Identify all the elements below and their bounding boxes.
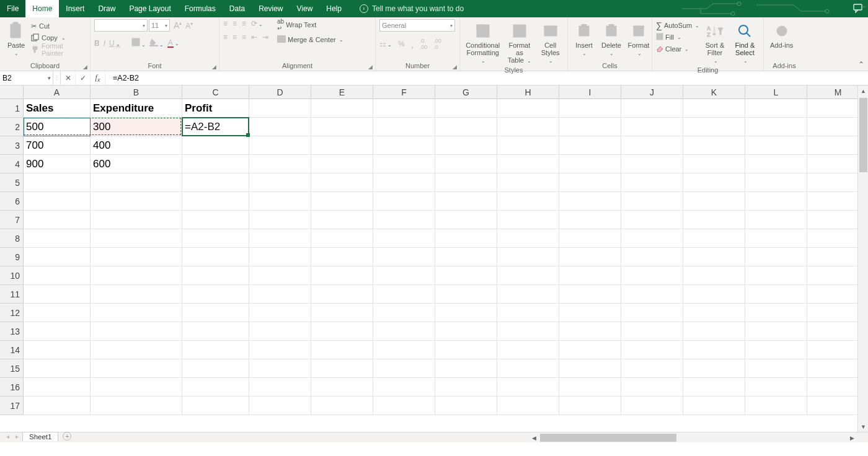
- cell-H9[interactable]: [497, 248, 559, 266]
- column-header-K[interactable]: K: [683, 86, 745, 99]
- cell-A5[interactable]: [24, 173, 91, 192]
- cell-C1[interactable]: Profit: [182, 99, 249, 118]
- cell-B2[interactable]: 300: [91, 118, 182, 136]
- cell-K2[interactable]: [683, 118, 745, 136]
- cell-F12[interactable]: [373, 304, 435, 322]
- tab-view[interactable]: View: [290, 0, 320, 17]
- row-header-12[interactable]: 12: [0, 304, 24, 322]
- cell-I3[interactable]: [559, 136, 621, 155]
- paste-button[interactable]: Paste⌄: [4, 19, 29, 58]
- row-header-16[interactable]: 16: [0, 378, 24, 397]
- cell-K5[interactable]: [683, 173, 745, 192]
- cell-G16[interactable]: [435, 378, 497, 397]
- cell-H7[interactable]: [497, 211, 559, 229]
- horizontal-scrollbar[interactable]: ◀ ▶: [529, 432, 857, 442]
- tab-insert[interactable]: Insert: [59, 0, 91, 17]
- cell-H16[interactable]: [497, 378, 559, 397]
- align-center-icon[interactable]: ≡: [232, 33, 237, 42]
- cell-D11[interactable]: [249, 285, 311, 304]
- accounting-format-icon[interactable]: ⚏⌄: [379, 40, 392, 48]
- cell-B6[interactable]: [91, 192, 182, 211]
- conditional-formatting-button[interactable]: ConditionalFormatting ⌄: [464, 19, 502, 65]
- cell-G11[interactable]: [435, 285, 497, 304]
- cell-H11[interactable]: [497, 285, 559, 304]
- decrease-decimal-icon[interactable]: .00.0: [433, 38, 441, 50]
- cell-C11[interactable]: [182, 285, 249, 304]
- sheet-nav-prev[interactable]: ◂: [4, 433, 12, 440]
- cell-I7[interactable]: [559, 211, 621, 229]
- row-header-8[interactable]: 8: [0, 229, 24, 248]
- increase-decimal-icon[interactable]: .0.00: [420, 38, 428, 50]
- clear-button[interactable]: Clear⌄: [656, 43, 699, 55]
- addins-button[interactable]: Add-ins: [768, 19, 795, 49]
- cell-J12[interactable]: [621, 304, 683, 322]
- cell-L7[interactable]: [745, 211, 807, 229]
- row-header-5[interactable]: 5: [0, 173, 24, 192]
- cell-E8[interactable]: [311, 229, 373, 248]
- cell-E14[interactable]: [311, 341, 373, 359]
- align-top-icon[interactable]: ≡: [223, 19, 228, 28]
- font-name-combo[interactable]: ▾: [94, 19, 148, 32]
- cell-C13[interactable]: [182, 322, 249, 341]
- select-all-corner[interactable]: [0, 86, 24, 99]
- column-header-J[interactable]: J: [621, 86, 683, 99]
- cell-K9[interactable]: [683, 248, 745, 266]
- increase-font-icon[interactable]: A▴: [174, 20, 182, 30]
- bold-button[interactable]: B: [94, 39, 100, 48]
- cell-J3[interactable]: [621, 136, 683, 155]
- cell-C7[interactable]: [182, 211, 249, 229]
- cell-B1[interactable]: Expenditure: [91, 99, 182, 118]
- format-cells-button[interactable]: Format⌄: [626, 19, 651, 58]
- cell-G17[interactable]: [435, 397, 497, 415]
- cell-D2[interactable]: [249, 118, 311, 136]
- cell-D7[interactable]: [249, 211, 311, 229]
- cell-B16[interactable]: [91, 378, 182, 397]
- cell-K1[interactable]: [683, 99, 745, 118]
- cell-F17[interactable]: [373, 397, 435, 415]
- cell-E5[interactable]: [311, 173, 373, 192]
- cell-F11[interactable]: [373, 285, 435, 304]
- cell-E12[interactable]: [311, 304, 373, 322]
- cell-L5[interactable]: [745, 173, 807, 192]
- cell-D5[interactable]: [249, 173, 311, 192]
- cell-G1[interactable]: [435, 99, 497, 118]
- percent-icon[interactable]: %: [398, 40, 405, 48]
- row-header-6[interactable]: 6: [0, 192, 24, 211]
- column-header-A[interactable]: A: [24, 86, 91, 99]
- cell-J9[interactable]: [621, 248, 683, 266]
- cell-E4[interactable]: [311, 155, 373, 173]
- cell-D10[interactable]: [249, 266, 311, 285]
- insert-function-button[interactable]: fx: [91, 71, 105, 85]
- cell-B13[interactable]: [91, 322, 182, 341]
- cell-C17[interactable]: [182, 397, 249, 415]
- cell-K15[interactable]: [683, 359, 745, 378]
- tab-help[interactable]: Help: [319, 0, 348, 17]
- column-header-I[interactable]: I: [559, 86, 621, 99]
- column-header-G[interactable]: G: [435, 86, 497, 99]
- cell-K11[interactable]: [683, 285, 745, 304]
- name-box-expand[interactable]: ⋮: [53, 71, 61, 85]
- cell-B9[interactable]: [91, 248, 182, 266]
- cell-A10[interactable]: [24, 266, 91, 285]
- row-header-10[interactable]: 10: [0, 266, 24, 285]
- scroll-up-icon[interactable]: ▲: [858, 86, 868, 96]
- cell-J6[interactable]: [621, 192, 683, 211]
- cell-D9[interactable]: [249, 248, 311, 266]
- cell-I4[interactable]: [559, 155, 621, 173]
- cell-I16[interactable]: [559, 378, 621, 397]
- cell-B4[interactable]: 600: [91, 155, 182, 173]
- spreadsheet-grid[interactable]: ABCDEFGHIJKLM 1SalesExpenditureProfit250…: [0, 86, 868, 432]
- cell-K8[interactable]: [683, 229, 745, 248]
- cell-A2[interactable]: 500: [24, 118, 91, 136]
- font-dialog-launcher[interactable]: ◢: [212, 62, 216, 72]
- row-header-4[interactable]: 4: [0, 155, 24, 173]
- tab-formulas[interactable]: Formulas: [178, 0, 223, 17]
- cell-H6[interactable]: [497, 192, 559, 211]
- expand-formula-bar-icon[interactable]: ⌄: [862, 2, 867, 9]
- cell-I17[interactable]: [559, 397, 621, 415]
- row-header-13[interactable]: 13: [0, 322, 24, 341]
- cell-C14[interactable]: [182, 341, 249, 359]
- cell-C10[interactable]: [182, 266, 249, 285]
- cell-A8[interactable]: [24, 229, 91, 248]
- cell-J14[interactable]: [621, 341, 683, 359]
